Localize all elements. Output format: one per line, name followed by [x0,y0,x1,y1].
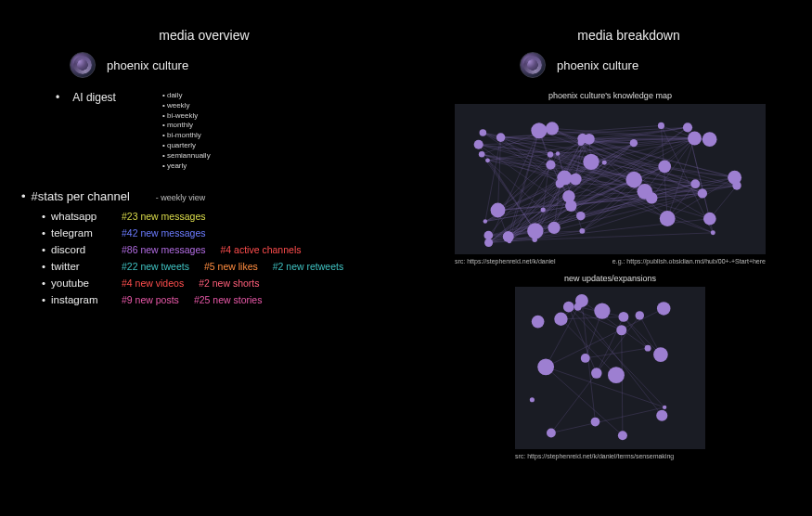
channel-name: discord [42,244,107,255]
svg-point-229 [732,181,741,189]
svg-point-227 [483,219,487,223]
channel-stat: #25 new stories [194,294,263,305]
channel-row: youtube#4 new videos#2 new shorts [42,277,394,289]
svg-point-217 [683,123,692,132]
svg-point-202 [660,211,676,226]
svg-point-212 [532,238,536,242]
svg-point-226 [630,139,638,147]
svg-line-1 [535,233,713,240]
frequency-item: yearly [162,161,211,172]
svg-point-266 [574,303,582,310]
frequency-item: monthly [162,121,211,131]
stats-header: #stats per channel - weekly view [21,189,394,203]
frequency-list: dailyweeklybi-weeklymonthlybi-monthlyqua… [162,91,211,171]
channel-stat: #23 new messages [122,211,205,222]
channel-stat: #5 new likes [204,261,258,272]
svg-line-240 [569,307,597,373]
svg-point-272 [537,358,554,375]
updates-graph [515,287,705,449]
stats-per-channel-label: #stats per channel [21,189,130,203]
brand-row: phoenix culture [70,52,394,78]
svg-point-198 [546,160,555,169]
channel-list: whatsapp#23 new messagestelegram#42 new … [42,211,394,305]
media-overview-panel: media overview phoenix culture AI digest… [0,0,408,516]
svg-point-218 [474,140,483,149]
svg-point-259 [547,429,556,438]
graph2-src: src: https://stephenreid.net/k/daniel/te… [515,453,705,459]
channel-stat: #2 new retweets [273,261,343,272]
svg-point-219 [479,151,485,158]
svg-point-213 [646,192,658,204]
brand-name-right: phoenix culture [557,58,638,72]
svg-point-230 [557,171,572,186]
channel-stat: #42 new messages [122,227,205,239]
digest-row: AI digest dailyweeklybi-weeklymonthlybi-… [56,91,394,171]
channel-stat: #22 new tweets [122,261,189,272]
svg-line-241 [597,316,639,373]
brand-row-right: phoenix culture [520,52,803,78]
svg-point-191 [556,151,560,155]
svg-point-279 [554,313,567,326]
frequency-item: weekly [162,101,211,111]
svg-line-120 [498,154,551,210]
svg-point-214 [688,131,702,145]
svg-point-232 [698,188,707,198]
svg-point-203 [703,213,716,226]
channel-stat: #4 active channels [220,244,301,255]
svg-point-211 [491,203,506,218]
svg-point-223 [583,154,599,170]
svg-point-220 [541,208,546,213]
channel-row: instagram#9 new posts#25 new stories [42,294,394,305]
svg-point-190 [546,122,559,135]
updates-title: new updates/expansions [418,274,803,283]
phoenix-avatar-icon [520,52,546,78]
frequency-item: daily [162,91,211,101]
brand-name: phoenix culture [107,58,188,72]
graph1-src: src: https://stephenreid.net/k/daniel [455,258,556,264]
ai-digest-label: AI digest [56,91,116,104]
svg-point-210 [690,179,700,188]
channel-stat: #2 new shorts [199,277,259,289]
svg-point-200 [578,139,585,146]
svg-point-274 [530,397,535,402]
svg-point-225 [548,222,560,234]
svg-point-263 [563,302,574,313]
svg-point-260 [591,368,602,379]
knowledge-map-captions: src: https://stephenreid.net/k/daniel e.… [455,258,766,264]
frequency-item: quarterly [162,141,211,151]
svg-point-188 [531,123,547,138]
svg-point-221 [503,231,514,242]
svg-point-278 [656,410,667,421]
frequency-item: bi-weekly [162,111,211,122]
svg-point-224 [658,161,671,174]
svg-point-193 [584,134,595,145]
channel-name: telegram [42,227,107,239]
svg-point-264 [616,325,626,335]
graph1-eg: e.g.: https://publish.obsidian.md/hub/00… [612,258,766,264]
svg-point-276 [653,347,668,362]
svg-point-199 [576,212,586,221]
svg-point-268 [618,431,627,440]
channel-stat: #86 new messages [122,244,205,255]
svg-line-112 [710,186,737,219]
svg-point-186 [579,228,585,234]
svg-point-261 [618,312,628,322]
svg-point-201 [658,123,664,129]
svg-point-262 [532,316,545,329]
svg-point-195 [496,133,506,142]
svg-line-250 [578,307,663,416]
frequency-item: semiannually [162,151,211,161]
svg-point-269 [663,406,666,409]
svg-point-277 [657,302,671,316]
svg-point-204 [625,172,642,188]
frequency-item: bi-monthly [162,131,211,141]
svg-line-248 [622,330,623,435]
media-breakdown-panel: media breakdown phoenix culture phoenix … [408,0,812,516]
channel-row: twitter#22 new tweets#5 new likes#2 new … [42,261,394,272]
svg-point-207 [527,223,543,239]
svg-point-265 [594,303,610,318]
svg-point-205 [548,151,553,157]
svg-line-238 [551,407,664,433]
channel-name: instagram [42,294,107,305]
svg-point-273 [591,418,600,427]
